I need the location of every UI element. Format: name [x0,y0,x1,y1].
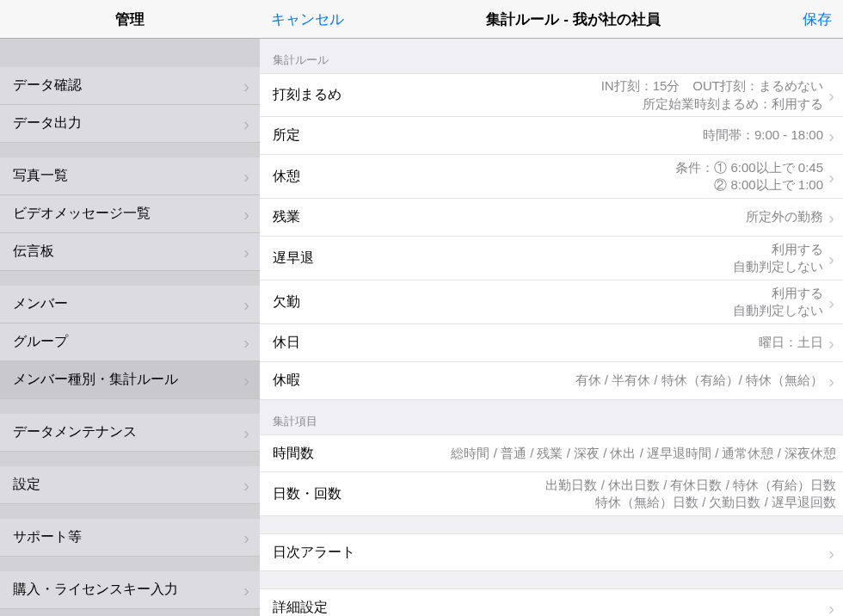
chevron-right-icon: › [243,528,249,546]
row-rounding[interactable]: 打刻まるめ IN打刻：15分 OUT打刻：まるめない 所定始業時刻まるめ：利用す… [260,73,843,117]
cancel-button[interactable]: キャンセル [271,9,344,29]
row-value: 時間帯：9:00 - 18:00 [703,126,823,144]
chevron-right-icon: › [827,599,836,617]
row-vacation[interactable]: 休暇 有休 / 半有休 / 特休（有給）/ 特休（無給） › [260,362,843,400]
row-value: 条件：① 6:00以上で 0:45 [675,159,823,176]
sidebar-item[interactable]: メンバー› [0,286,260,323]
chevron-right-icon: › [243,167,249,185]
sidebar: 管理 データ確認›データ出力›写真一覧›ビデオメッセージ一覧›伝言板›メンバー›… [0,0,260,616]
row-label: 詳細設定 [273,599,328,617]
row-value: 特休（無給）日数 / 欠勤日数 / 遅早退回数 [545,494,836,511]
row-value: 出勤日数 / 休出日数 / 有休日数 / 特休（有給）日数 [545,477,836,494]
chevron-right-icon: › [243,205,249,223]
chevron-right-icon: › [243,581,249,599]
row-absence[interactable]: 欠勤 利用する 自動判定しない › [260,280,843,324]
row-label: 休暇 [273,372,300,390]
row-value: 利用する [733,285,823,302]
row-detail[interactable]: 詳細設定 › [260,588,843,616]
row-value: 有休 / 半有休 / 特休（有給）/ 特休（無給） [575,372,823,389]
chevron-right-icon: › [243,114,249,132]
row-value: 曜日：土日 [759,334,823,351]
row-value: 利用する [733,241,823,258]
sidebar-item-label: データ確認 [13,77,82,95]
row-holiday[interactable]: 休日 曜日：土日 › [260,324,843,362]
sidebar-item[interactable]: 伝言板› [0,233,260,271]
chevron-right-icon: › [243,476,249,494]
row-days[interactable]: 日数・回数 出勤日数 / 休出日数 / 有休日数 / 特休（有給）日数 特休（無… [260,472,843,516]
sidebar-item[interactable]: データ出力› [0,105,260,143]
row-label: 欠勤 [273,293,300,311]
sidebar-item-label: データメンテナンス [13,423,137,441]
sidebar-item[interactable]: データ確認› [0,67,260,105]
row-value: IN打刻：15分 OUT打刻：まるめない [601,77,823,95]
chevron-right-icon: › [243,371,249,389]
row-label: 残業 [273,208,300,226]
sidebar-item-label: ビデオメッセージ一覧 [13,205,151,223]
chevron-right-icon: › [243,243,249,261]
sidebar-item[interactable]: メンバー種別・集計ルール› [0,361,260,399]
sidebar-item[interactable]: 購入・ライセンスキー入力› [0,571,260,609]
row-break[interactable]: 休憩 条件：① 6:00以上で 0:45 ② 8:00以上で 1:00 › [260,155,843,199]
row-label: 打刻まるめ [273,86,342,104]
row-label: 日数・回数 [273,485,342,503]
chevron-right-icon: › [827,544,836,562]
sidebar-item[interactable]: データメンテナンス› [0,414,260,452]
row-value: 自動判定しない [733,258,823,275]
chevron-right-icon: › [243,423,249,441]
main: キャンセル 集計ルール - 我が社の社員 保存 集計ルール 打刻まるめ IN打刻… [260,0,843,616]
chevron-right-icon: › [243,295,249,313]
chevron-right-icon: › [827,249,836,268]
sidebar-item-label: グループ [13,333,68,351]
row-fixed[interactable]: 所定 時間帯：9:00 - 18:00 › [260,117,843,155]
sidebar-item-label: 購入・ライセンスキー入力 [13,581,178,599]
row-value: 所定外の勤務 [746,208,823,225]
sidebar-title: 管理 [0,0,260,39]
chevron-right-icon: › [827,208,836,226]
chevron-right-icon: › [827,168,836,186]
content: 集計ルール 打刻まるめ IN打刻：15分 OUT打刻：まるめない 所定始業時刻ま… [260,39,843,616]
sidebar-item[interactable]: グループ› [0,323,260,361]
section-header-rules: 集計ルール [260,39,843,73]
row-value: 所定始業時刻まるめ：利用する [601,95,823,113]
sidebar-item-label: データ出力 [13,114,82,132]
nav-bar: キャンセル 集計ルール - 我が社の社員 保存 [260,0,843,39]
sidebar-item[interactable]: サポート等› [0,519,260,557]
sidebar-item-label: 伝言板 [13,243,54,261]
row-alert[interactable]: 日次アラート › [260,533,843,571]
row-value: 総時間 / 普通 / 残業 / 深夜 / 休出 / 遅早退時間 / 通常休憩 /… [451,445,836,462]
sidebar-item[interactable]: 設定› [0,466,260,504]
sidebar-item[interactable]: ビデオメッセージ一覧› [0,195,260,233]
chevron-right-icon: › [243,77,249,95]
row-value: 自動判定しない [733,302,823,319]
sidebar-item-label: 設定 [13,476,40,494]
sidebar-item-label: メンバー [13,295,68,313]
chevron-right-icon: › [827,86,836,104]
sidebar-list: データ確認›データ出力›写真一覧›ビデオメッセージ一覧›伝言板›メンバー›グルー… [0,39,260,616]
chevron-right-icon: › [827,334,836,352]
chevron-right-icon: › [827,372,836,390]
row-label: 時間数 [273,445,314,463]
chevron-right-icon: › [827,126,836,145]
row-overtime[interactable]: 残業 所定外の勤務 › [260,199,843,237]
row-hours[interactable]: 時間数 総時間 / 普通 / 残業 / 深夜 / 休出 / 遅早退時間 / 通常… [260,434,843,472]
row-label: 遅早退 [273,249,314,268]
sidebar-item-label: 写真一覧 [13,167,68,185]
row-label: 日次アラート [273,544,355,562]
row-lateearly[interactable]: 遅早退 利用する 自動判定しない › [260,237,843,280]
sidebar-item[interactable]: 写真一覧› [0,157,260,195]
row-label: 所定 [273,126,300,145]
section-header-items: 集計項目 [260,400,843,434]
row-label: 休憩 [273,168,300,186]
row-value: ② 8:00以上で 1:00 [675,176,823,194]
page-title: 集計ルール - 我が社の社員 [486,9,660,29]
row-label: 休日 [273,334,300,352]
chevron-right-icon: › [243,333,249,351]
save-button[interactable]: 保存 [803,9,832,29]
sidebar-item-label: メンバー種別・集計ルール [13,371,178,389]
chevron-right-icon: › [827,293,836,311]
sidebar-item-label: サポート等 [13,528,82,546]
